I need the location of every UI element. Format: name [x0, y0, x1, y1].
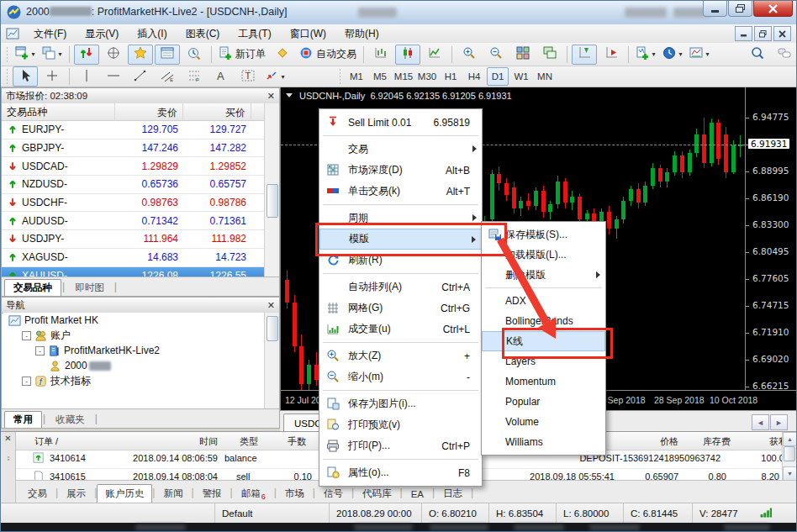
submenu-template-momentum[interactable]: Momentum	[482, 371, 605, 392]
menu-zoom-in[interactable]: 放大(Z)+	[319, 345, 482, 366]
navigator-close-icon[interactable]: ✕	[267, 300, 275, 311]
terminal-tab-7[interactable]: 信号	[315, 484, 351, 503]
terminal-scrollbar[interactable]: ▲ ▼	[782, 432, 797, 482]
market-row-gbpjpy[interactable]: GBPJPY-147.246147.282	[2, 140, 265, 158]
trendline-tool[interactable]	[128, 66, 153, 87]
menubar-item-4[interactable]: 工具(T)	[229, 25, 280, 42]
terminal-tab-5[interactable]: 邮箱6	[233, 484, 274, 503]
terminal-tab-8[interactable]: 代码库	[354, 484, 400, 503]
menu-trading[interactable]: 交易	[319, 139, 482, 160]
cursor-tool[interactable]	[13, 66, 38, 87]
tree-expander-icon[interactable]: -	[35, 346, 45, 356]
equidistant-channel-tool[interactable]: E	[155, 66, 180, 87]
horizontal-line-tool[interactable]	[101, 66, 126, 87]
periods-button[interactable]: ▾	[660, 45, 685, 65]
menubar-item-5[interactable]: 窗口(W)	[281, 25, 335, 42]
bar-chart-button[interactable]	[368, 45, 393, 65]
chart-restore-button[interactable]	[754, 26, 772, 41]
market-row-nzdusd[interactable]: NZDUSD-0.657360.65757	[2, 176, 265, 194]
market-row-usdcad[interactable]: USDCAD-1.298291.29852	[2, 157, 265, 176]
menu-print[interactable]: 打印(P)...Ctrl+P	[319, 435, 482, 456]
timeframe-h4[interactable]: H4	[463, 67, 485, 86]
market-row-usdjpy[interactable]: USDJPY-111.964111.982	[2, 230, 265, 249]
navigator-scrollbar[interactable]	[264, 313, 279, 409]
market-row-eurjpy[interactable]: EURJPY-129.705129.727	[2, 121, 265, 140]
timeframe-w1[interactable]: W1	[510, 67, 532, 86]
tree-expander-icon[interactable]: -	[22, 377, 31, 386]
auto-trading-button[interactable]: 自动交易	[297, 45, 359, 65]
fibonacci-tool[interactable]: F	[182, 66, 207, 87]
community-button[interactable]	[772, 45, 797, 65]
restore-button[interactable]	[728, 1, 752, 17]
vertical-line-tool[interactable]	[74, 66, 99, 87]
toggle-data-window-button[interactable]	[101, 45, 126, 65]
menubar-item-1[interactable]: 显示(V)	[76, 25, 128, 42]
market-row-audusd[interactable]: AUDUSD-0.713420.71361	[2, 212, 265, 230]
menu-print-preview[interactable]: 打印预览(v)	[319, 414, 482, 435]
timeframe-m15[interactable]: M15	[393, 67, 414, 86]
timeframe-d1[interactable]: D1	[487, 67, 509, 86]
market-watch-close-icon[interactable]: ✕	[267, 91, 275, 102]
line-chart-button[interactable]	[422, 45, 447, 65]
menubar-item-0[interactable]: 文件(F)	[24, 25, 76, 42]
new-order-button[interactable]: 新订单	[216, 45, 268, 65]
tree-expander-icon[interactable]: -	[22, 331, 31, 340]
terminal-tab-1[interactable]: 展示	[58, 484, 94, 503]
chart-close-button[interactable]	[773, 26, 791, 41]
candlestick-chart-button[interactable]	[395, 45, 420, 65]
market-row-xagusd[interactable]: XAGUSD-14.68314.723	[2, 249, 265, 267]
zoom-in-button[interactable]	[457, 45, 482, 65]
templates-button[interactable]: ▾	[687, 45, 712, 65]
terminal-tab-9[interactable]: EA	[403, 484, 432, 503]
timeframe-m30[interactable]: M30	[416, 67, 438, 86]
market-watch-scrollbar[interactable]	[264, 103, 279, 277]
minimize-button[interactable]	[703, 1, 727, 17]
menu-grid[interactable]: 网格(G)Ctrl+G	[319, 298, 482, 319]
menu-auto-arrange[interactable]: 自动排列(A)Ctrl+A	[319, 277, 482, 298]
tree-item-profitmarkethklive2[interactable]: -ProfitMarketHK-Live2	[3, 343, 265, 358]
navigator-tab-0[interactable]: 常用	[4, 411, 42, 428]
chart-minimize-button[interactable]	[735, 26, 752, 41]
submenu-delete-template[interactable]: 删除模版	[482, 265, 605, 285]
timeframe-m1[interactable]: M1	[346, 67, 367, 86]
menubar-item-2[interactable]: 插入(I)	[128, 25, 176, 42]
menu-depth-of-market[interactable]: 市场深度(D)Alt+B	[319, 160, 482, 181]
terminal-tab-6[interactable]: 市场	[277, 484, 313, 503]
timeframe-h1[interactable]: H1	[440, 67, 462, 86]
tree-item-[interactable]: -f技术指标	[3, 373, 265, 388]
strategy-tester-button[interactable]	[182, 45, 207, 65]
chart-shift-button[interactable]	[572, 45, 597, 65]
text-label-tool[interactable]: T	[235, 66, 261, 87]
terminal-tab-2[interactable]: 账户历史	[97, 484, 152, 503]
timeframe-mn[interactable]: MN	[534, 67, 556, 86]
navigator-tab-1[interactable]: 收藏夹	[46, 411, 94, 428]
indicators-button[interactable]: ▾	[633, 45, 658, 65]
crosshair-tool[interactable]	[40, 66, 65, 87]
menu-one-click-trading[interactable]: 单击交易(k)Alt+T	[319, 181, 482, 202]
terminal-tab-10[interactable]: 日志	[435, 484, 471, 503]
auto-scroll-button[interactable]	[599, 45, 624, 65]
submenu-template-volume[interactable]: Volume	[482, 412, 605, 432]
submenu-template-adx[interactable]: ADX	[482, 291, 605, 311]
market-watch-tab-1[interactable]: 即时图	[66, 279, 113, 296]
menu-save-as-picture[interactable]: 保存为图片(i)...	[319, 393, 482, 414]
menubar-item-3[interactable]: 图表(C)	[177, 25, 230, 42]
metaeditor-button[interactable]	[270, 45, 295, 65]
tree-item-profitmarkethk[interactable]: Profit Market HK	[3, 313, 265, 328]
tree-item-[interactable]: -账户	[3, 328, 265, 343]
toggle-navigator-button[interactable]	[128, 45, 153, 65]
scroll-right-icon[interactable]: ►	[770, 414, 788, 430]
terminal-tab-0[interactable]: 交易	[19, 484, 55, 503]
tree-item-2000[interactable]: 2000	[3, 358, 265, 373]
menubar-item-6[interactable]: 帮助(H)	[335, 25, 388, 42]
new-chart-button[interactable]: ▾	[13, 45, 38, 65]
tile-windows-button[interactable]	[510, 45, 536, 65]
search-button[interactable]	[745, 45, 770, 65]
menu-volumes[interactable]: 成交量(u)Ctrl+L	[319, 319, 482, 340]
terminal-tab-3[interactable]: 新闻	[155, 484, 191, 503]
menu-sell-limit[interactable]: Sell Limit 0.016.95819	[319, 112, 482, 133]
menu-zoom-out[interactable]: 缩小(m)-	[319, 366, 482, 387]
submenu-template-williams[interactable]: Williams	[482, 432, 605, 452]
submenu-template-popular[interactable]: Popular	[482, 392, 605, 412]
market-watch-tab-0[interactable]: 交易品种	[4, 279, 61, 296]
